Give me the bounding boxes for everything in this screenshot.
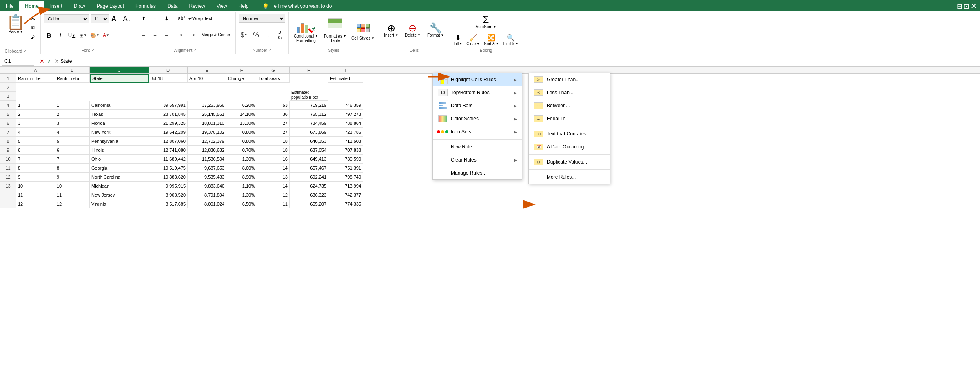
- top-bottom-rules-item[interactable]: 10 Top/Bottom Rules ▶: [433, 86, 522, 99]
- cell[interactable]: Estimated populatio n per: [290, 74, 328, 101]
- cell[interactable]: 11,689,442: [149, 155, 188, 164]
- cell[interactable]: 10: [55, 182, 90, 190]
- row-number[interactable]: 8: [0, 137, 16, 146]
- col-header-g[interactable]: G: [257, 67, 290, 73]
- font-color-button[interactable]: A▼: [101, 31, 111, 40]
- cell[interactable]: 734,459: [290, 119, 328, 128]
- cell[interactable]: 14: [257, 182, 290, 190]
- format-table-dropdown-icon[interactable]: ▼: [343, 34, 346, 38]
- cell[interactable]: 37,253,956: [188, 101, 226, 110]
- cell[interactable]: 673,869: [290, 128, 328, 137]
- align-bottom-button[interactable]: ⬇: [162, 14, 171, 22]
- cell[interactable]: 27: [257, 128, 290, 137]
- row-number[interactable]: 7: [0, 128, 16, 137]
- increase-font-button[interactable]: A↑: [111, 15, 120, 23]
- cell[interactable]: 16: [257, 155, 290, 164]
- row-number[interactable]: 5: [0, 110, 16, 119]
- duplicate-values-item[interactable]: ⊟ Duplicate Values...: [529, 155, 610, 168]
- cell[interactable]: 3: [16, 119, 55, 128]
- insert-function-icon[interactable]: fx: [54, 58, 58, 64]
- cell[interactable]: 8,001,024: [188, 199, 226, 208]
- number-format-select[interactable]: Number General Currency Accounting Date …: [239, 14, 285, 23]
- angle-text-button[interactable]: ab°: [177, 14, 186, 22]
- cell[interactable]: 1.30%: [226, 155, 257, 164]
- cell[interactable]: Total seats: [257, 74, 290, 83]
- italic-button[interactable]: I: [55, 31, 65, 40]
- date-occurring-item[interactable]: 📅 A Date Occurring...: [529, 140, 610, 153]
- cell[interactable]: Illinois: [90, 146, 149, 155]
- cell[interactable]: 12: [16, 199, 55, 208]
- equal-to-item[interactable]: = Equal To...: [529, 112, 610, 125]
- cell[interactable]: 9,883,640: [188, 182, 226, 190]
- find-select-button[interactable]: 🔍 Find &▼: [502, 33, 519, 47]
- cell[interactable]: 8: [16, 164, 55, 173]
- cut-button[interactable]: ✂: [28, 15, 38, 23]
- accounting-format-button[interactable]: $▼: [239, 31, 249, 39]
- tab-view[interactable]: View: [211, 1, 233, 11]
- row-number[interactable]: 11: [0, 164, 16, 173]
- cell[interactable]: 8,908,520: [149, 190, 188, 199]
- underline-button[interactable]: U▼: [67, 31, 77, 40]
- delete-dropdown-icon[interactable]: ▼: [417, 33, 421, 37]
- col-header-d[interactable]: D: [149, 67, 188, 73]
- cell[interactable]: 649,413: [290, 155, 328, 164]
- cell[interactable]: 21,299,325: [149, 119, 188, 128]
- align-left-button[interactable]: ≡: [139, 31, 149, 39]
- row-number[interactable]: 10: [0, 155, 16, 164]
- cell[interactable]: 657,467: [290, 164, 328, 173]
- cell[interactable]: 19,542,209: [149, 128, 188, 137]
- cell[interactable]: 719,219: [290, 101, 328, 110]
- cell[interactable]: 713,994: [328, 182, 363, 190]
- cell[interactable]: Jul-18: [149, 74, 188, 83]
- paste-dropdown-icon[interactable]: ▼: [20, 30, 23, 33]
- cell[interactable]: 655,207: [290, 199, 328, 208]
- ribbon-close-icon[interactable]: ✕: [971, 2, 977, 11]
- cell[interactable]: 742,377: [328, 190, 363, 199]
- merge-center-button[interactable]: Merge & Center: [200, 31, 232, 39]
- cell[interactable]: 1: [16, 101, 55, 110]
- cell[interactable]: 9: [16, 173, 55, 182]
- cell[interactable]: Florida: [90, 119, 149, 128]
- cell-styles-dropdown-icon[interactable]: ▼: [371, 36, 375, 40]
- font-name-select[interactable]: Calibri: [44, 14, 89, 23]
- clear-rules-item[interactable]: Clear Rules ▶: [433, 153, 522, 166]
- col-header-b[interactable]: B: [55, 67, 90, 73]
- row-number[interactable]: 9: [0, 146, 16, 155]
- cell[interactable]: 6.50%: [226, 199, 257, 208]
- tab-formulas[interactable]: Formulas: [130, 1, 162, 11]
- cell[interactable]: Ohio: [90, 155, 149, 164]
- cell[interactable]: 4: [55, 128, 90, 137]
- cell[interactable]: Rank in the: [16, 74, 55, 83]
- increase-indent-button[interactable]: ⇥: [188, 31, 198, 39]
- cell[interactable]: 19,378,102: [188, 128, 226, 137]
- cell[interactable]: 0.80%: [226, 137, 257, 146]
- cell[interactable]: 8.60%: [226, 164, 257, 173]
- cell[interactable]: 14: [257, 164, 290, 173]
- cell[interactable]: 4: [16, 128, 55, 137]
- alignment-expand-icon[interactable]: ↗: [194, 48, 197, 53]
- cell[interactable]: 18: [257, 137, 290, 146]
- confirm-formula-icon[interactable]: ✓: [47, 58, 52, 64]
- cell[interactable]: 774,335: [328, 199, 363, 208]
- cell[interactable]: 11: [257, 199, 290, 208]
- cell[interactable]: 25,145,561: [188, 110, 226, 119]
- cell[interactable]: -0.70%: [226, 146, 257, 155]
- color-scales-item[interactable]: Color Scales ▶: [433, 112, 522, 125]
- cond-fmt-dropdown-icon[interactable]: ▼: [315, 34, 318, 38]
- icon-sets-item[interactable]: Icon Sets ▶: [433, 125, 522, 138]
- cell[interactable]: 636,323: [290, 190, 328, 199]
- cell[interactable]: 723,786: [328, 128, 363, 137]
- tell-me[interactable]: Tell me what you want to do: [271, 3, 332, 9]
- cell[interactable]: 53: [257, 101, 290, 110]
- decrease-indent-button[interactable]: ⇤: [177, 31, 186, 39]
- cell[interactable]: Texas: [90, 110, 149, 119]
- cell[interactable]: 5: [16, 137, 55, 146]
- cell[interactable]: Apr-10: [188, 74, 226, 83]
- row-number[interactable]: 12: [0, 173, 16, 182]
- border-button[interactable]: ⊞▼: [78, 31, 88, 40]
- align-middle-button[interactable]: ↕: [150, 14, 160, 22]
- clear-button[interactable]: 🧹 Clear▼: [466, 33, 481, 47]
- tab-page-layout[interactable]: Page Layout: [91, 1, 130, 11]
- tab-data[interactable]: Data: [162, 1, 183, 11]
- sort-filter-button[interactable]: 🔀 Sort &▼: [483, 33, 500, 47]
